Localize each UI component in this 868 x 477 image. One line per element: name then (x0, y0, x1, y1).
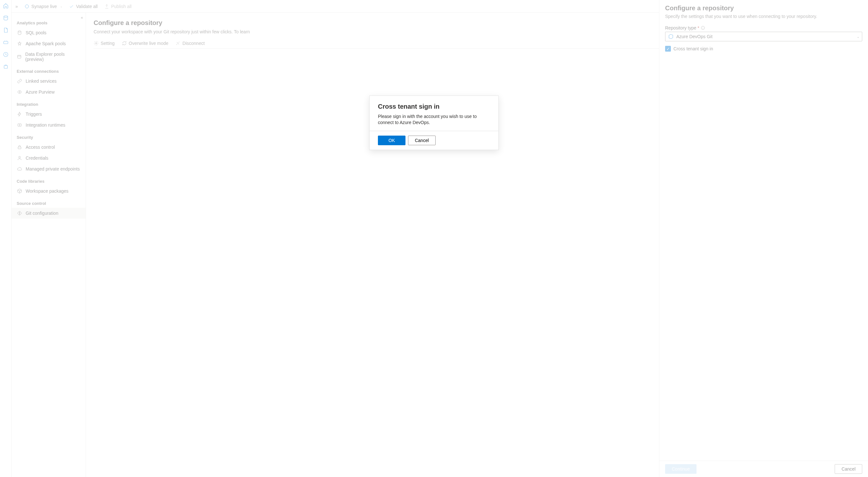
dialog-footer: OK Cancel (370, 131, 498, 150)
cross-tenant-signin-dialog: Cross tenant sign in Please sign in with… (369, 95, 499, 150)
ok-button[interactable]: OK (378, 136, 405, 145)
modal-backdrop (0, 0, 868, 477)
cancel-button[interactable]: Cancel (408, 136, 436, 145)
dialog-title: Cross tenant sign in (378, 103, 490, 110)
dialog-message: Please sign in with the account you wish… (378, 114, 490, 126)
